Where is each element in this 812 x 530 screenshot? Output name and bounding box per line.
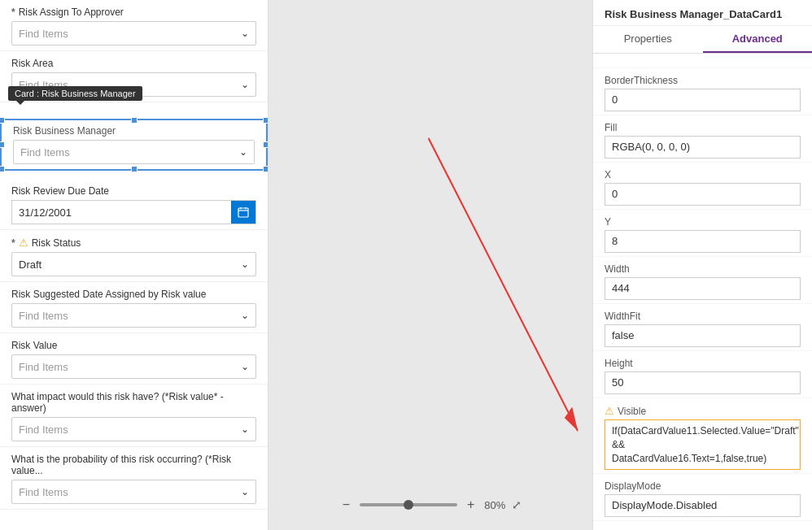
field-risk-impact: What impact would this risk have? (*Risk… xyxy=(0,384,268,447)
svg-rect-0 xyxy=(238,208,248,217)
prop-value-display-mode[interactable]: DisplayMode.Disabled xyxy=(605,494,801,517)
field-risk-review-due-date: Risk Review Due Date xyxy=(0,179,268,230)
card-sub-label: Risk Business Manager xyxy=(13,125,255,137)
chevron-down-icon: ⌄ xyxy=(241,79,249,90)
field-label-risk-impact: What impact would this risk have? (*Risk… xyxy=(11,391,256,414)
prop-label-display-mode: DisplayMode xyxy=(605,480,801,492)
prop-value-fill[interactable]: RGBA(0, 0, 0, 0) xyxy=(605,136,801,159)
warning-icon-visible: ⚠ xyxy=(605,405,614,417)
right-tabs: Properties Advanced xyxy=(593,26,812,54)
right-panel-title: Risk Business Manager_DataCard1 xyxy=(593,0,812,26)
prop-value-height[interactable]: 50 xyxy=(605,371,801,394)
prop-label-y: Y xyxy=(605,216,801,228)
chevron-down-icon: ⌄ xyxy=(239,146,247,158)
field-label-risk-probability: What is the probability of this risk occ… xyxy=(11,454,256,476)
dropdown-placeholder: Find Items xyxy=(19,310,68,322)
prop-visible: ⚠ Visible If(DataCardValue11.Selected.Va… xyxy=(593,398,812,474)
zoom-slider[interactable] xyxy=(360,503,457,506)
chevron-down-icon: ⌄ xyxy=(241,28,249,39)
right-panel: Risk Business Manager_DataCard1 Properti… xyxy=(592,0,812,530)
zoom-thumb xyxy=(404,500,413,510)
prop-value-y[interactable]: 8 xyxy=(605,230,801,253)
prop-label-height: Height xyxy=(605,358,801,369)
dropdown-placeholder: Find Items xyxy=(20,146,70,159)
zoom-bar: − + 80% ⤢ xyxy=(339,496,522,514)
prop-label-visible: ⚠ Visible xyxy=(605,405,801,417)
prop-label-x: X xyxy=(605,169,801,180)
card-inner-content: Risk Business Manager Find Items ⌄ xyxy=(2,120,266,169)
field-label-risk-status: * ⚠ Risk Status xyxy=(11,237,256,249)
dropdown-value: Draft xyxy=(19,258,41,271)
prop-fill: Fill RGBA(0, 0, 0, 0) xyxy=(593,115,812,163)
field-risk-status: * ⚠ Risk Status Draft ⌄ xyxy=(0,230,268,282)
dropdown-placeholder: Find Items xyxy=(19,361,68,373)
chevron-down-icon: ⌄ xyxy=(241,486,249,497)
field-label-risk-area: Risk Area xyxy=(11,58,256,69)
zoom-out-button[interactable]: − xyxy=(339,496,353,514)
card-selected-wrapper[interactable]: Risk Business Manager Find Items ⌄ xyxy=(0,119,268,171)
dropdown-risk-impact[interactable]: Find Items ⌄ xyxy=(11,417,256,441)
dropdown-placeholder: Find Items xyxy=(19,486,68,498)
prop-value-x[interactable]: 0 xyxy=(605,183,801,206)
prop-label-width-fit: WidthFit xyxy=(605,311,801,322)
zoom-percentage: 80% xyxy=(484,499,505,511)
prop-label-width: Width xyxy=(605,263,801,275)
tab-advanced[interactable]: Advanced xyxy=(703,26,813,53)
calendar-icon-button[interactable] xyxy=(231,201,255,224)
field-risk-suggested-date: Risk Suggested Date Assigned by Risk val… xyxy=(0,282,268,333)
required-star: * xyxy=(11,7,15,18)
scroll-top-spacer xyxy=(593,54,812,68)
prop-width-fit: WidthFit false xyxy=(593,304,812,351)
prop-width: Width 444 xyxy=(593,257,812,304)
prop-height: Height 50 xyxy=(593,351,812,398)
chevron-down-icon: ⌄ xyxy=(241,424,249,435)
dropdown-risk-probability[interactable]: Find Items ⌄ xyxy=(11,480,256,504)
tab-properties[interactable]: Properties xyxy=(593,26,703,53)
prop-value-visible[interactable]: If(DataCardValue11.Selected.Value="Draft… xyxy=(605,419,801,470)
red-arrow-annotation xyxy=(268,0,592,530)
zoom-in-button[interactable]: + xyxy=(464,496,478,514)
expand-icon[interactable]: ⤢ xyxy=(512,498,522,511)
dropdown-placeholder: Find Items xyxy=(19,424,68,436)
prop-x: X 0 xyxy=(593,163,812,210)
prop-label-border-thickness: BorderThickness xyxy=(605,75,801,86)
field-label-risk-assign: * Risk Assign To Approver xyxy=(11,7,256,18)
card-tooltip: Card : Risk Business Manager xyxy=(8,86,142,101)
left-panel: * Risk Assign To Approver Find Items ⌄ R… xyxy=(0,0,268,530)
prop-y: Y 8 xyxy=(593,210,812,257)
chevron-down-icon: ⌄ xyxy=(241,310,249,321)
dropdown-risk-status[interactable]: Draft ⌄ xyxy=(11,252,256,276)
dropdown-risk-business-manager[interactable]: Find Items ⌄ xyxy=(13,140,255,164)
field-risk-assign-to-approver: * Risk Assign To Approver Find Items ⌄ xyxy=(0,0,268,51)
chevron-down-icon: ⌄ xyxy=(241,361,249,372)
prop-display-mode: DisplayMode DisplayMode.Disabled xyxy=(593,474,812,521)
center-canvas: − + 80% ⤢ xyxy=(268,0,592,530)
field-label-risk-review-due-date: Risk Review Due Date xyxy=(11,185,256,197)
field-risk-value: Risk Value Find Items ⌄ xyxy=(0,333,268,384)
required-star: * xyxy=(11,237,15,249)
prop-value-border-thickness[interactable]: 0 xyxy=(605,89,801,111)
dropdown-risk-value[interactable]: Find Items ⌄ xyxy=(11,354,256,379)
prop-value-width-fit[interactable]: false xyxy=(605,324,801,347)
chevron-down-icon: ⌄ xyxy=(241,258,249,270)
field-risk-business-manager: Card : Risk Business Manager Risk Busine… xyxy=(0,109,268,179)
dropdown-risk-assign[interactable]: Find Items ⌄ xyxy=(11,21,256,46)
field-risk-probability: What is the probability of this risk occ… xyxy=(0,447,268,510)
warning-icon: ⚠ xyxy=(19,237,28,249)
dropdown-risk-suggested-date[interactable]: Find Items ⌄ xyxy=(11,303,256,328)
field-label-risk-suggested-date: Risk Suggested Date Assigned by Risk val… xyxy=(11,289,256,300)
field-label-risk-value: Risk Value xyxy=(11,340,256,351)
prop-label-fill: Fill xyxy=(605,122,801,133)
svg-line-5 xyxy=(429,138,578,431)
prop-border-thickness: BorderThickness 0 xyxy=(593,68,812,115)
dropdown-placeholder: Find Items xyxy=(19,28,68,40)
date-input-risk-review[interactable] xyxy=(12,206,231,219)
prop-value-width[interactable]: 444 xyxy=(605,277,801,300)
right-panel-content: BorderThickness 0 Fill RGBA(0, 0, 0, 0) … xyxy=(593,54,812,530)
date-control-risk-review[interactable] xyxy=(11,200,256,224)
